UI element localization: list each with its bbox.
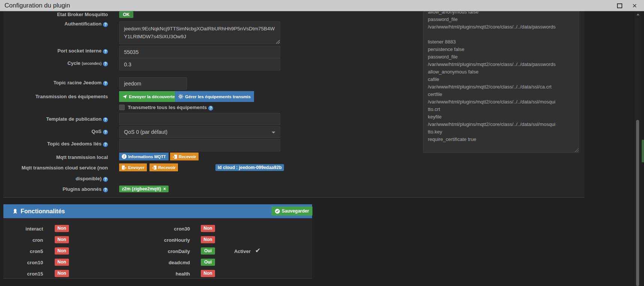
feature-status-badge: Non xyxy=(201,225,215,232)
transmit-all-label: Transmettre tous les équipements? xyxy=(128,105,213,111)
cycle-label: Cycle (secondes)? xyxy=(7,60,108,67)
chevron-down-icon xyxy=(272,132,275,133)
feature-status-badge: Non xyxy=(201,270,215,277)
feature-status-badge: Non xyxy=(201,236,215,243)
config-line: tto.key xyxy=(428,128,574,136)
feature-status-badge: Non xyxy=(55,247,69,255)
config-line: cafile xyxy=(428,76,574,83)
mqtt-local-receive-button[interactable]: Recevoir xyxy=(170,153,199,160)
cycle-input[interactable] xyxy=(119,58,280,70)
vertical-scrollbar-thumb[interactable] xyxy=(636,120,639,286)
auth-label: Authentification? xyxy=(7,21,108,27)
feature-status-badge: Oui xyxy=(201,259,215,266)
window-title: Configuration du plugin xyxy=(4,0,70,11)
config-line: password_file xyxy=(428,53,574,61)
config-line: password_file xyxy=(428,16,574,23)
help-icon[interactable]: ? xyxy=(103,187,108,192)
qos-select[interactable]: QoS 0 (par défaut) xyxy=(119,126,280,138)
feature-label: health xyxy=(112,270,190,277)
config-line: /var/www/html/plugins/mqtt2/core/class/.… xyxy=(428,61,574,68)
mqtt-cloud-receive-button[interactable]: Recevoir xyxy=(149,163,178,171)
scrollbar-up-arrow-icon[interactable] xyxy=(637,13,640,15)
plugin-configuration-window: Configuration du plugin × Etat Broker Mo… xyxy=(0,0,644,286)
config-line: listener 8883 xyxy=(428,38,574,46)
save-button[interactable]: ✔ Sauvegarder xyxy=(272,207,312,216)
auth-textarea[interactable]: jeedom:9EcNqkNcj9TTSimNcbgXOaIRbURhHh9P5… xyxy=(119,21,280,44)
maximize-icon[interactable] xyxy=(617,3,622,8)
broker-state-badge: OK xyxy=(119,11,133,18)
config-line: /var/www/html/plugins/mqtt2/core/class/.… xyxy=(428,23,574,31)
file-import-icon xyxy=(152,165,157,170)
remove-tag-icon[interactable]: × xyxy=(163,186,166,192)
config-line: allow_anonymous false xyxy=(428,11,574,16)
resize-grip-icon[interactable] xyxy=(575,148,578,152)
edge-scroll-marker xyxy=(642,140,644,162)
config-line: persistence false xyxy=(428,46,574,53)
broker-state-label: Etat Broker Mosquitto xyxy=(7,12,108,18)
topic-root-label: Topic racine Jeedom? xyxy=(7,80,108,86)
close-icon[interactable]: × xyxy=(631,1,638,10)
help-icon[interactable]: ? xyxy=(103,177,108,182)
features-title: Fonctionnalités xyxy=(21,204,65,218)
config-line: /var/www/html/plugins/mqtt2/core/class/.… xyxy=(428,121,574,128)
feature-status-badge: Non xyxy=(55,225,69,232)
help-icon[interactable]: ? xyxy=(208,106,213,111)
gear-icon xyxy=(178,94,183,99)
config-line: certfile xyxy=(428,91,574,98)
feature-status-badge: Oui xyxy=(201,247,215,255)
config-line: require_certificate true xyxy=(428,136,574,143)
features-header: Fonctionnalités ✔ Sauvegarder xyxy=(3,204,312,218)
feature-label: interact xyxy=(3,225,43,232)
send-discovery-button[interactable]: Envoyer la découverte xyxy=(119,91,178,102)
paper-plane-icon xyxy=(123,94,127,99)
info-icon: i xyxy=(122,154,127,159)
feature-label: cronDaily xyxy=(112,248,190,255)
template-label: Template de publication? xyxy=(7,116,108,122)
help-icon[interactable]: ? xyxy=(103,61,108,66)
feature-status-badge: Non xyxy=(55,270,69,277)
manage-devices-button[interactable]: Gérer les équipements transmis xyxy=(175,91,254,102)
mqtt-cloud-send-button[interactable]: Envoyer xyxy=(119,163,147,171)
feature-label: cronHourly xyxy=(112,237,190,244)
help-icon[interactable]: ? xyxy=(103,81,108,86)
activer-checkbox-checked[interactable]: ✔ xyxy=(255,247,260,255)
mqtt-info-button[interactable]: i Informations MQTT xyxy=(119,153,169,160)
topic-root-input[interactable] xyxy=(119,77,187,90)
feature-label: cron30 xyxy=(112,225,190,232)
help-icon[interactable]: ? xyxy=(103,130,108,135)
file-import-icon xyxy=(173,154,177,159)
config-line: tto.crt xyxy=(428,106,574,113)
file-export-icon xyxy=(122,165,127,170)
feature-status-badge: Non xyxy=(55,259,69,266)
port-input[interactable] xyxy=(119,46,280,58)
resize-grip-icon[interactable] xyxy=(276,40,280,44)
feature-label: cron15 xyxy=(3,270,43,277)
config-line: allow_anonymous false xyxy=(428,68,574,76)
config-line xyxy=(428,31,574,38)
window-titlebar: Configuration du plugin xyxy=(0,0,644,11)
check-circle-icon: ✔ xyxy=(275,209,280,214)
template-input[interactable] xyxy=(119,113,280,125)
feature-status-badge: Non xyxy=(55,236,69,243)
transmission-label: Transmission des équipements xyxy=(7,94,108,100)
mqtt-cloud-label-line1: Mqtt transmission cloud service (non xyxy=(7,165,108,171)
ribbon-icon xyxy=(12,208,18,214)
mosquitto-config-editor[interactable]: allow_anonymous false password_file /var… xyxy=(423,11,579,153)
mqtt-local-label: Mqtt tranmission local xyxy=(7,154,108,160)
transmit-all-checkbox[interactable] xyxy=(119,105,125,110)
help-icon[interactable]: ? xyxy=(103,22,108,27)
config-line: keyfile xyxy=(428,113,574,121)
help-icon[interactable]: ? xyxy=(103,117,108,122)
help-icon[interactable]: ? xyxy=(103,49,108,54)
feature-label: deadcmd xyxy=(112,259,190,266)
qos-label: QoS? xyxy=(7,129,108,135)
cloud-id-badge: Id cloud : jeedom-099edaa92b xyxy=(215,164,284,171)
linked-topics-input[interactable] xyxy=(119,139,280,151)
linked-topics-label: Topic des Jeedoms liés? xyxy=(7,141,108,147)
config-line: /var/www/html/plugins/mqtt2/core/class/.… xyxy=(428,83,574,91)
plugin-tag-z2m: z2m (zigbee2mqtt)× xyxy=(119,186,169,192)
activer-label: Activer xyxy=(223,248,251,255)
mqtt-cloud-label-line2: disponible)? xyxy=(7,176,108,182)
port-label: Port socket interne? xyxy=(7,48,108,54)
help-icon[interactable]: ? xyxy=(103,142,108,147)
